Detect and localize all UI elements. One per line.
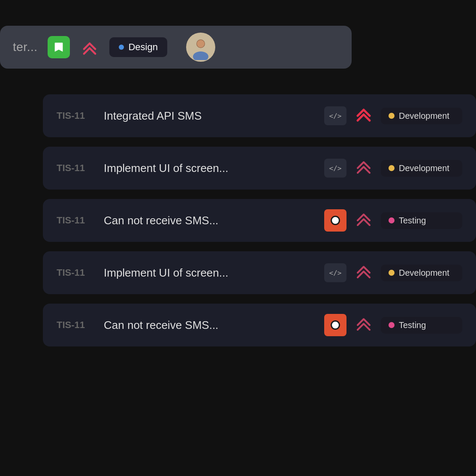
bug-icon[interactable] <box>324 209 346 232</box>
svg-point-3 <box>197 40 205 48</box>
list-item: TIS-11Can not receive SMS... Testing <box>43 199 476 242</box>
status-badge[interactable]: Development <box>381 160 462 177</box>
items-list: TIS-11Integrated API SMS</> DevelopmentT… <box>43 94 476 346</box>
list-item: TIS-11Implement UI of screen...</> Devel… <box>43 147 476 190</box>
item-id: TIS-11 <box>57 319 95 331</box>
priority-chevron[interactable] <box>355 159 372 178</box>
list-item: TIS-11Can not receive SMS... Testing <box>43 304 476 346</box>
item-title: Implement UI of screen... <box>104 162 316 175</box>
status-text: Testing <box>399 216 426 226</box>
status-badge[interactable]: Testing <box>381 317 462 334</box>
design-status-dot <box>119 45 124 50</box>
status-text: Development <box>399 163 449 173</box>
bug-dot <box>331 320 340 330</box>
status-text: Testing <box>399 320 426 330</box>
design-label: Design <box>128 42 157 53</box>
item-id: TIS-11 <box>57 267 95 278</box>
item-id: TIS-11 <box>57 110 95 121</box>
code-icon[interactable]: </> <box>324 159 346 178</box>
user-avatar[interactable] <box>186 33 215 62</box>
bookmark-icon[interactable] <box>48 36 70 58</box>
item-title: Can not receive SMS... <box>104 214 316 227</box>
item-title: Can not receive SMS... <box>104 319 316 332</box>
list-item: TIS-11Integrated API SMS</> Development <box>43 94 476 137</box>
status-dot <box>389 217 395 223</box>
status-dot <box>389 165 395 171</box>
status-dot <box>389 322 395 328</box>
priority-chevron[interactable] <box>355 263 372 282</box>
top-bar: ter... Design <box>0 26 352 69</box>
status-badge[interactable]: Development <box>381 108 462 124</box>
list-item: TIS-11Implement UI of screen...</> Devel… <box>43 251 476 294</box>
bug-dot <box>331 216 340 225</box>
item-title: Implement UI of screen... <box>104 266 316 280</box>
priority-chevron[interactable] <box>355 106 372 125</box>
item-id: TIS-11 <box>57 215 95 226</box>
status-text: Development <box>399 268 449 278</box>
status-badge[interactable]: Testing <box>381 212 462 229</box>
status-text: Development <box>399 111 449 121</box>
status-dot <box>389 113 395 119</box>
item-id: TIS-11 <box>57 163 95 174</box>
item-title: Integrated API SMS <box>104 109 316 123</box>
topbar-title: ter... <box>13 40 37 54</box>
status-dot <box>389 270 395 276</box>
code-icon[interactable]: </> <box>324 106 346 125</box>
code-icon[interactable]: </> <box>324 263 346 282</box>
priority-chevron[interactable] <box>355 211 372 230</box>
priority-chevron[interactable] <box>355 316 372 334</box>
status-badge[interactable]: Development <box>381 265 462 281</box>
design-badge[interactable]: Design <box>109 37 167 57</box>
priority-icon[interactable] <box>80 38 99 57</box>
bug-icon[interactable] <box>324 314 346 336</box>
